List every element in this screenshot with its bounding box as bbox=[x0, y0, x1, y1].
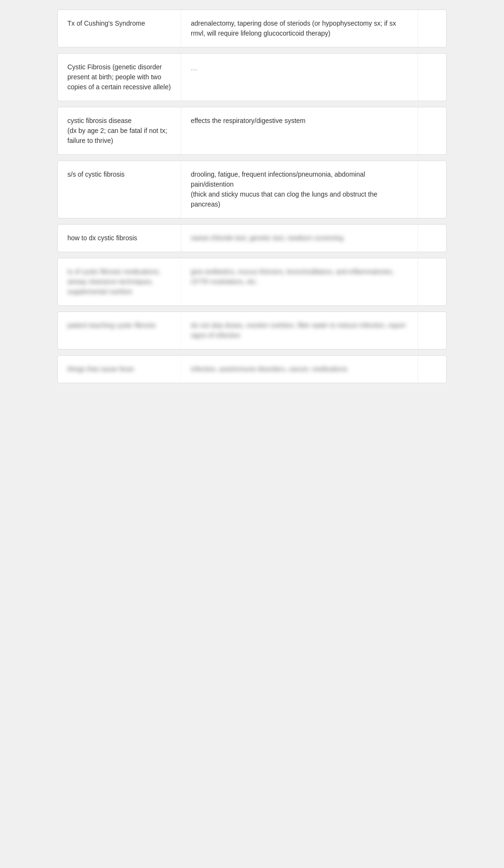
card-back: ... bbox=[181, 54, 418, 101]
flashcard-row[interactable]: Tx of Cushing's Syndromeadrenalectomy, t… bbox=[57, 9, 447, 47]
card-back: give antibiotics, mucus thinners, bronch… bbox=[181, 258, 418, 305]
card-front: patient teaching cystic fibrosis bbox=[58, 312, 181, 349]
card-extra-panel bbox=[418, 258, 446, 305]
flashcard-row[interactable]: tx of cystic fibrosis medications, airwa… bbox=[57, 258, 447, 306]
card-extra-panel bbox=[418, 107, 446, 154]
card-front: tx of cystic fibrosis medications, airwa… bbox=[58, 258, 181, 305]
card-back: effects the respiratory/digestive system bbox=[181, 107, 418, 154]
card-extra-panel bbox=[418, 54, 446, 101]
card-extra-panel bbox=[418, 10, 446, 47]
card-back: adrenalectomy, tapering dose of steriods… bbox=[181, 10, 418, 47]
card-back: drooling, fatigue, frequent infections/p… bbox=[181, 161, 418, 218]
flashcard-row[interactable]: how to dx cystic fibrosissweat chloride … bbox=[57, 224, 447, 252]
card-front: things that cause fever bbox=[58, 356, 181, 383]
card-front: s/s of cystic fibrosis bbox=[58, 161, 181, 218]
card-back: do not skip doses, monitor nutrition, fi… bbox=[181, 312, 418, 349]
flashcard-list: Tx of Cushing's Syndromeadrenalectomy, t… bbox=[57, 0, 447, 398]
card-extra-panel bbox=[418, 161, 446, 218]
flashcard-row[interactable]: Cystic Fibrosis (genetic disorder presen… bbox=[57, 53, 447, 101]
flashcard-row[interactable]: s/s of cystic fibrosisdrooling, fatigue,… bbox=[57, 160, 447, 218]
card-back: sweat chloride test, genetic test, newbo… bbox=[181, 225, 418, 252]
flashcard-row[interactable]: things that cause feverinfection, autoim… bbox=[57, 355, 447, 383]
card-front: Cystic Fibrosis (genetic disorder presen… bbox=[58, 54, 181, 101]
flashcard-row[interactable]: patient teaching cystic fibrosisdo not s… bbox=[57, 311, 447, 349]
card-back: infection, autoimmune disorders, cancer,… bbox=[181, 356, 418, 383]
card-front: cystic fibrosis disease (dx by age 2; ca… bbox=[58, 107, 181, 154]
card-front: Tx of Cushing's Syndrome bbox=[58, 10, 181, 47]
card-extra-panel bbox=[418, 225, 446, 252]
flashcard-row[interactable]: cystic fibrosis disease (dx by age 2; ca… bbox=[57, 107, 447, 155]
card-extra-panel bbox=[418, 356, 446, 383]
card-extra-panel bbox=[418, 312, 446, 349]
card-front: how to dx cystic fibrosis bbox=[58, 225, 181, 252]
